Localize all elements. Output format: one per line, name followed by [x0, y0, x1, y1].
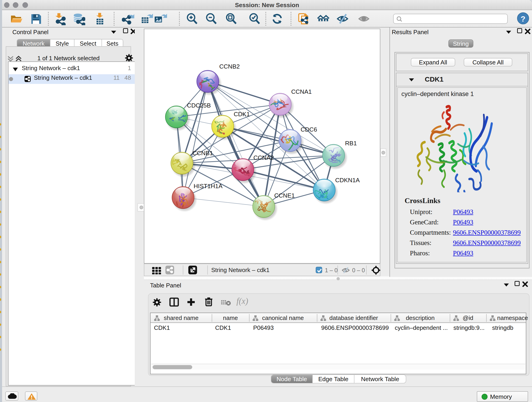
- svg-text:CCNE1: CCNE1: [274, 192, 295, 199]
- svg-text:RB1: RB1: [345, 140, 357, 147]
- svg-text:CCNA2: CCNA2: [253, 154, 274, 161]
- svg-text:CCNB1: CCNB1: [192, 150, 213, 157]
- svg-text:CDC25B: CDC25B: [187, 102, 211, 109]
- svg-text:HIST1H1A: HIST1H1A: [194, 183, 223, 190]
- svg-text:CDC6: CDC6: [301, 126, 317, 133]
- svg-text:CCNA1: CCNA1: [291, 88, 312, 95]
- svg-text:CDK1: CDK1: [234, 111, 250, 118]
- svg-text:CCNB2: CCNB2: [219, 63, 240, 70]
- svg-text:CDKN1A: CDKN1A: [335, 177, 360, 184]
